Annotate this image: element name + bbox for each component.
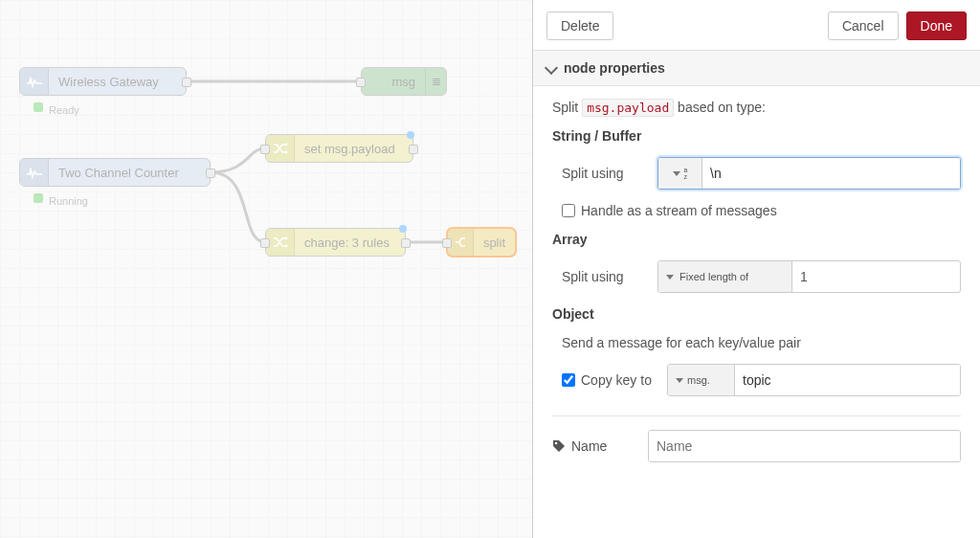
changed-indicator bbox=[399, 225, 407, 233]
chevron-down-icon bbox=[545, 61, 558, 75]
input-port[interactable] bbox=[442, 238, 452, 248]
node-two-channel-counter[interactable]: Two Channel Counter Running bbox=[19, 158, 211, 187]
output-port[interactable] bbox=[206, 168, 215, 178]
node-set-payload[interactable]: set msg.payload bbox=[265, 134, 413, 163]
array-head: Array bbox=[552, 232, 961, 247]
object-hint: Send a message for each key/value pair bbox=[552, 335, 961, 350]
node-split[interactable]: split bbox=[447, 228, 516, 257]
stream-checkbox-label: Handle as a stream of messages bbox=[581, 203, 777, 218]
chevron-down-icon bbox=[676, 378, 683, 383]
divider bbox=[552, 415, 961, 416]
shuffle-icon bbox=[266, 135, 295, 162]
node-label: msg bbox=[362, 75, 425, 89]
intro-line: Split msg.payload based on type: bbox=[552, 100, 961, 115]
string-buffer-head: String / Buffer bbox=[552, 128, 961, 144]
node-label: Two Channel Counter bbox=[49, 166, 210, 180]
node-label: set msg.payload bbox=[295, 142, 412, 156]
changed-indicator bbox=[407, 131, 414, 139]
node-label: Wireless Gateway bbox=[49, 75, 186, 89]
svg-point-0 bbox=[555, 442, 558, 445]
node-change-3-rules[interactable]: change: 3 rules bbox=[265, 228, 406, 257]
node-msg-debug[interactable]: msg ≣ bbox=[361, 67, 447, 96]
copy-key-checkbox[interactable] bbox=[562, 373, 575, 387]
status-dot bbox=[33, 102, 43, 112]
input-port[interactable] bbox=[356, 78, 366, 87]
string-split-input[interactable] bbox=[702, 158, 960, 189]
output-port[interactable] bbox=[401, 238, 411, 248]
intro-post: based on type: bbox=[678, 100, 766, 115]
name-row: Name bbox=[552, 430, 961, 462]
sidebar-header: Delete Cancel Done bbox=[533, 0, 980, 51]
name-label: Name bbox=[552, 438, 638, 454]
status-dot bbox=[33, 193, 43, 203]
node-wireless-gateway[interactable]: Wireless Gateway Ready bbox=[19, 67, 187, 96]
debug-icon: ≣ bbox=[425, 68, 446, 95]
pulse-icon bbox=[20, 159, 49, 186]
split-icon bbox=[448, 229, 474, 256]
type-selector[interactable]: msg. bbox=[668, 365, 735, 395]
input-port[interactable] bbox=[260, 238, 270, 248]
done-button[interactable]: Done bbox=[906, 11, 967, 40]
msg-prefix: msg. bbox=[687, 374, 710, 386]
status-text: Ready bbox=[49, 104, 79, 116]
name-input[interactable] bbox=[649, 431, 960, 461]
shuffle-icon bbox=[266, 229, 295, 256]
chevron-down-icon bbox=[666, 275, 674, 280]
intro-code: msg.payload bbox=[582, 99, 674, 117]
sidebar-title: node properties bbox=[564, 60, 665, 76]
string-split-label: Split using bbox=[562, 166, 648, 181]
copy-key-input[interactable] bbox=[735, 365, 960, 395]
array-split-label: Split using bbox=[562, 269, 648, 284]
type-selector[interactable]: Fixed length of bbox=[658, 261, 792, 292]
node-edit-sidebar: Delete Cancel Done node properties Split… bbox=[532, 0, 980, 538]
object-head: Object bbox=[552, 306, 961, 322]
name-field[interactable] bbox=[648, 430, 961, 462]
copy-key-label: Copy key to bbox=[581, 372, 652, 388]
string-split-field[interactable]: az bbox=[657, 157, 961, 190]
array-mode-label: Fixed length of bbox=[679, 271, 748, 282]
intro-pre: Split bbox=[552, 100, 578, 115]
output-port[interactable] bbox=[409, 145, 418, 154]
stream-checkbox[interactable] bbox=[562, 204, 575, 217]
array-split-field[interactable]: Fixed length of 1 bbox=[657, 260, 961, 293]
input-port[interactable] bbox=[260, 145, 270, 154]
copy-key-field[interactable]: msg. bbox=[667, 364, 961, 396]
type-selector[interactable]: az bbox=[658, 158, 702, 189]
node-label: change: 3 rules bbox=[295, 235, 405, 250]
array-split-row: Split using Fixed length of 1 bbox=[552, 260, 961, 293]
properties-toggle[interactable]: node properties bbox=[533, 51, 980, 86]
chevron-down-icon bbox=[673, 171, 680, 176]
delete-button[interactable]: Delete bbox=[546, 11, 613, 40]
status-text: Running bbox=[49, 195, 88, 207]
string-split-row: Split using az bbox=[552, 157, 961, 190]
tag-icon bbox=[552, 439, 566, 453]
output-port[interactable] bbox=[182, 78, 191, 87]
stream-checkbox-row: Handle as a stream of messages bbox=[552, 203, 961, 218]
sidebar-body: Split msg.payload based on type: String … bbox=[533, 86, 980, 489]
cancel-button[interactable]: Cancel bbox=[828, 11, 899, 40]
copy-key-row: Copy key to msg. bbox=[552, 364, 961, 396]
node-label: split bbox=[474, 235, 515, 250]
pulse-icon bbox=[20, 68, 49, 95]
array-length-value[interactable]: 1 bbox=[792, 269, 815, 284]
flow-canvas[interactable]: Wireless Gateway Ready msg ≣ Two Channel… bbox=[0, 0, 532, 538]
